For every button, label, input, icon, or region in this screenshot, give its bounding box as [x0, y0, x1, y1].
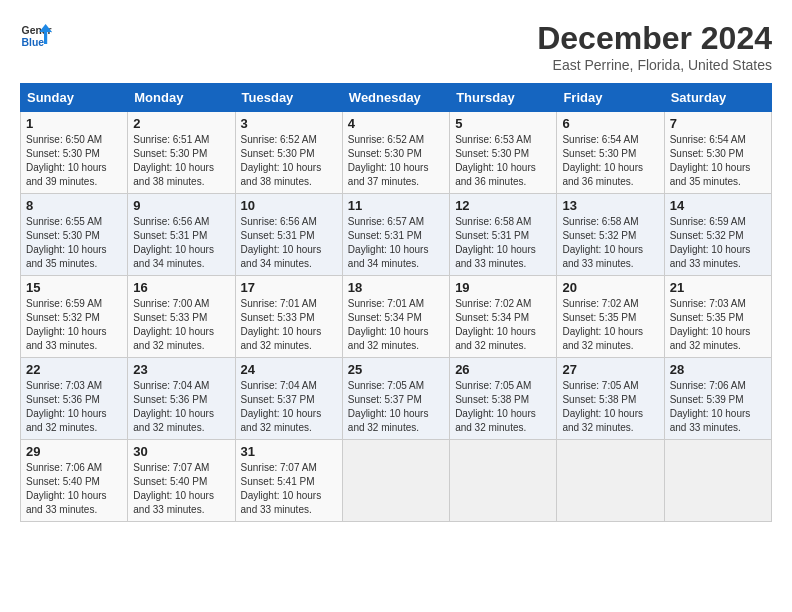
day-info: Sunrise: 6:51 AM Sunset: 5:30 PM Dayligh… [133, 133, 229, 189]
day-number: 22 [26, 362, 122, 377]
calendar-cell: 7Sunrise: 6:54 AM Sunset: 5:30 PM Daylig… [664, 112, 771, 194]
calendar-cell: 15Sunrise: 6:59 AM Sunset: 5:32 PM Dayli… [21, 276, 128, 358]
day-number: 15 [26, 280, 122, 295]
day-number: 24 [241, 362, 337, 377]
calendar-cell [557, 440, 664, 522]
day-number: 2 [133, 116, 229, 131]
calendar-cell: 29Sunrise: 7:06 AM Sunset: 5:40 PM Dayli… [21, 440, 128, 522]
day-info: Sunrise: 6:50 AM Sunset: 5:30 PM Dayligh… [26, 133, 122, 189]
header: General Blue December 2024 East Perrine,… [20, 20, 772, 73]
weekday-header-thursday: Thursday [450, 84, 557, 112]
day-number: 28 [670, 362, 766, 377]
day-number: 14 [670, 198, 766, 213]
day-number: 26 [455, 362, 551, 377]
day-number: 23 [133, 362, 229, 377]
day-info: Sunrise: 7:03 AM Sunset: 5:35 PM Dayligh… [670, 297, 766, 353]
day-info: Sunrise: 7:04 AM Sunset: 5:36 PM Dayligh… [133, 379, 229, 435]
calendar-cell: 10Sunrise: 6:56 AM Sunset: 5:31 PM Dayli… [235, 194, 342, 276]
day-info: Sunrise: 6:59 AM Sunset: 5:32 PM Dayligh… [26, 297, 122, 353]
day-number: 6 [562, 116, 658, 131]
calendar-cell: 4Sunrise: 6:52 AM Sunset: 5:30 PM Daylig… [342, 112, 449, 194]
day-info: Sunrise: 6:54 AM Sunset: 5:30 PM Dayligh… [670, 133, 766, 189]
day-info: Sunrise: 6:59 AM Sunset: 5:32 PM Dayligh… [670, 215, 766, 271]
weekday-header-saturday: Saturday [664, 84, 771, 112]
calendar-cell: 18Sunrise: 7:01 AM Sunset: 5:34 PM Dayli… [342, 276, 449, 358]
calendar-cell: 26Sunrise: 7:05 AM Sunset: 5:38 PM Dayli… [450, 358, 557, 440]
calendar-cell: 9Sunrise: 6:56 AM Sunset: 5:31 PM Daylig… [128, 194, 235, 276]
calendar-cell: 21Sunrise: 7:03 AM Sunset: 5:35 PM Dayli… [664, 276, 771, 358]
weekday-header-wednesday: Wednesday [342, 84, 449, 112]
day-info: Sunrise: 7:07 AM Sunset: 5:41 PM Dayligh… [241, 461, 337, 517]
day-info: Sunrise: 7:05 AM Sunset: 5:37 PM Dayligh… [348, 379, 444, 435]
day-info: Sunrise: 7:05 AM Sunset: 5:38 PM Dayligh… [562, 379, 658, 435]
day-info: Sunrise: 7:02 AM Sunset: 5:34 PM Dayligh… [455, 297, 551, 353]
day-number: 18 [348, 280, 444, 295]
day-number: 4 [348, 116, 444, 131]
calendar-cell: 25Sunrise: 7:05 AM Sunset: 5:37 PM Dayli… [342, 358, 449, 440]
svg-text:Blue: Blue [22, 37, 45, 48]
weekday-header-tuesday: Tuesday [235, 84, 342, 112]
day-info: Sunrise: 7:01 AM Sunset: 5:33 PM Dayligh… [241, 297, 337, 353]
day-info: Sunrise: 7:06 AM Sunset: 5:40 PM Dayligh… [26, 461, 122, 517]
day-info: Sunrise: 7:02 AM Sunset: 5:35 PM Dayligh… [562, 297, 658, 353]
day-info: Sunrise: 7:01 AM Sunset: 5:34 PM Dayligh… [348, 297, 444, 353]
calendar-cell: 19Sunrise: 7:02 AM Sunset: 5:34 PM Dayli… [450, 276, 557, 358]
calendar-cell: 5Sunrise: 6:53 AM Sunset: 5:30 PM Daylig… [450, 112, 557, 194]
weekday-header-friday: Friday [557, 84, 664, 112]
day-number: 25 [348, 362, 444, 377]
day-number: 30 [133, 444, 229, 459]
day-number: 13 [562, 198, 658, 213]
day-info: Sunrise: 7:03 AM Sunset: 5:36 PM Dayligh… [26, 379, 122, 435]
logo: General Blue [20, 20, 52, 52]
calendar-cell: 3Sunrise: 6:52 AM Sunset: 5:30 PM Daylig… [235, 112, 342, 194]
day-info: Sunrise: 7:00 AM Sunset: 5:33 PM Dayligh… [133, 297, 229, 353]
day-number: 8 [26, 198, 122, 213]
calendar-cell: 8Sunrise: 6:55 AM Sunset: 5:30 PM Daylig… [21, 194, 128, 276]
calendar-cell: 27Sunrise: 7:05 AM Sunset: 5:38 PM Dayli… [557, 358, 664, 440]
day-info: Sunrise: 6:53 AM Sunset: 5:30 PM Dayligh… [455, 133, 551, 189]
calendar-table: SundayMondayTuesdayWednesdayThursdayFrid… [20, 83, 772, 522]
calendar-cell: 20Sunrise: 7:02 AM Sunset: 5:35 PM Dayli… [557, 276, 664, 358]
day-info: Sunrise: 6:55 AM Sunset: 5:30 PM Dayligh… [26, 215, 122, 271]
day-number: 5 [455, 116, 551, 131]
day-info: Sunrise: 6:54 AM Sunset: 5:30 PM Dayligh… [562, 133, 658, 189]
calendar-cell: 22Sunrise: 7:03 AM Sunset: 5:36 PM Dayli… [21, 358, 128, 440]
calendar-cell: 14Sunrise: 6:59 AM Sunset: 5:32 PM Dayli… [664, 194, 771, 276]
day-info: Sunrise: 6:57 AM Sunset: 5:31 PM Dayligh… [348, 215, 444, 271]
day-info: Sunrise: 7:06 AM Sunset: 5:39 PM Dayligh… [670, 379, 766, 435]
calendar-cell: 28Sunrise: 7:06 AM Sunset: 5:39 PM Dayli… [664, 358, 771, 440]
calendar-cell: 24Sunrise: 7:04 AM Sunset: 5:37 PM Dayli… [235, 358, 342, 440]
day-number: 7 [670, 116, 766, 131]
day-info: Sunrise: 6:56 AM Sunset: 5:31 PM Dayligh… [241, 215, 337, 271]
calendar-cell: 31Sunrise: 7:07 AM Sunset: 5:41 PM Dayli… [235, 440, 342, 522]
day-number: 1 [26, 116, 122, 131]
day-number: 10 [241, 198, 337, 213]
calendar-cell: 23Sunrise: 7:04 AM Sunset: 5:36 PM Dayli… [128, 358, 235, 440]
day-number: 27 [562, 362, 658, 377]
calendar-cell: 16Sunrise: 7:00 AM Sunset: 5:33 PM Dayli… [128, 276, 235, 358]
month-title: December 2024 [537, 20, 772, 57]
day-info: Sunrise: 7:05 AM Sunset: 5:38 PM Dayligh… [455, 379, 551, 435]
day-number: 19 [455, 280, 551, 295]
location-title: East Perrine, Florida, United States [537, 57, 772, 73]
weekday-header-monday: Monday [128, 84, 235, 112]
calendar-cell: 13Sunrise: 6:58 AM Sunset: 5:32 PM Dayli… [557, 194, 664, 276]
logo-icon: General Blue [20, 20, 52, 52]
day-info: Sunrise: 7:04 AM Sunset: 5:37 PM Dayligh… [241, 379, 337, 435]
day-number: 21 [670, 280, 766, 295]
title-area: December 2024 East Perrine, Florida, Uni… [537, 20, 772, 73]
day-number: 29 [26, 444, 122, 459]
calendar-cell: 17Sunrise: 7:01 AM Sunset: 5:33 PM Dayli… [235, 276, 342, 358]
calendar-cell: 11Sunrise: 6:57 AM Sunset: 5:31 PM Dayli… [342, 194, 449, 276]
day-info: Sunrise: 6:58 AM Sunset: 5:31 PM Dayligh… [455, 215, 551, 271]
day-info: Sunrise: 6:52 AM Sunset: 5:30 PM Dayligh… [241, 133, 337, 189]
calendar-cell [450, 440, 557, 522]
day-info: Sunrise: 6:58 AM Sunset: 5:32 PM Dayligh… [562, 215, 658, 271]
day-number: 17 [241, 280, 337, 295]
calendar-cell [664, 440, 771, 522]
day-number: 20 [562, 280, 658, 295]
calendar-cell: 30Sunrise: 7:07 AM Sunset: 5:40 PM Dayli… [128, 440, 235, 522]
day-number: 11 [348, 198, 444, 213]
calendar-cell [342, 440, 449, 522]
day-number: 16 [133, 280, 229, 295]
